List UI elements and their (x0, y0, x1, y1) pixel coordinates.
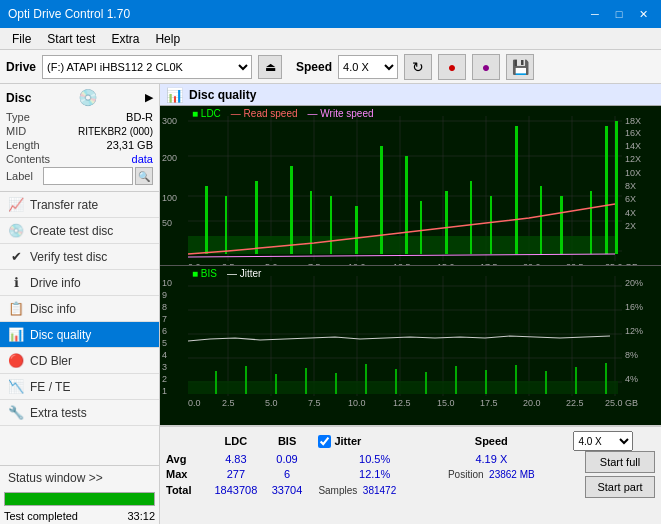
avg-jitter: 10.5% (308, 451, 430, 467)
purple-button[interactable]: ● (472, 54, 500, 80)
jitter-checkbox[interactable] (318, 435, 331, 448)
svg-text:25.0 GB: 25.0 GB (605, 262, 638, 265)
menu-start-test[interactable]: Start test (39, 30, 103, 48)
red-button[interactable]: ● (438, 54, 466, 80)
menubar: File Start test Extra Help (0, 28, 661, 50)
svg-rect-92 (275, 374, 277, 394)
disc-mid-label: MID (6, 125, 26, 137)
disc-label-input[interactable] (43, 167, 133, 185)
svg-rect-38 (420, 201, 422, 254)
speed-select-stats[interactable]: 4.0 X (573, 431, 633, 451)
svg-text:10.0: 10.0 (348, 398, 366, 408)
max-position: 23862 MB (489, 469, 535, 480)
max-jitter: 12.1% (308, 467, 430, 483)
left-panel: Disc 💿 ▶ Type BD-R MID RITEKBR2 (000) Le… (0, 84, 160, 524)
drive-label: Drive (6, 60, 36, 74)
max-label: Max (166, 467, 206, 483)
menu-help[interactable]: Help (147, 30, 188, 48)
svg-rect-40 (470, 181, 472, 254)
bis-header: BIS (266, 431, 309, 451)
nav-create-test-disc[interactable]: 💿 Create test disc (0, 218, 159, 244)
speed-header: Speed (431, 431, 552, 451)
nav-drive-info[interactable]: ℹ Drive info (0, 270, 159, 296)
disc-icon: 💿 (78, 88, 98, 107)
avg-speed: 4.19 X (431, 451, 552, 467)
nav-disc-quality-label: Disc quality (30, 328, 91, 342)
bottom-chart-container: ■ BIS — Jitter 10 9 8 7 6 5 4 3 2 1 20 (160, 266, 661, 426)
disc-title: Disc (6, 91, 31, 105)
svg-text:2X: 2X (625, 221, 636, 231)
nav-verify-test-disc[interactable]: ✔ Verify test disc (0, 244, 159, 270)
svg-text:20.0: 20.0 (523, 398, 541, 408)
status-window-button[interactable]: Status window >> (0, 466, 159, 490)
nav-cd-bler-label: CD Bler (30, 354, 72, 368)
svg-rect-46 (605, 126, 608, 254)
nav-transfer-rate[interactable]: 📈 Transfer rate (0, 192, 159, 218)
disc-mid-row: MID RITEKBR2 (000) (6, 125, 153, 137)
position-label: Position 23862 MB (431, 467, 552, 483)
svg-rect-101 (545, 371, 547, 394)
nav-fe-te[interactable]: 📉 FE / TE (0, 374, 159, 400)
disc-contents-value: data (132, 153, 153, 165)
svg-rect-39 (445, 191, 448, 254)
ldc-legend: ■ LDC (192, 108, 221, 119)
minimize-button[interactable]: ─ (585, 5, 605, 23)
nav-disc-quality[interactable]: 📊 Disc quality (0, 322, 159, 348)
svg-text:7: 7 (162, 314, 167, 324)
close-button[interactable]: ✕ (633, 5, 653, 23)
speed-label: Speed (296, 60, 332, 74)
main-layout: Disc 💿 ▶ Type BD-R MID RITEKBR2 (000) Le… (0, 84, 661, 524)
nav-cd-bler[interactable]: 🔴 CD Bler (0, 348, 159, 374)
total-samples: 381472 (363, 485, 396, 496)
svg-rect-44 (560, 196, 563, 254)
disc-type-row: Type BD-R (6, 111, 153, 123)
nav-disc-info[interactable]: 📋 Disc info (0, 296, 159, 322)
disc-length-row: Length 23,31 GB (6, 139, 153, 151)
disc-label-btn[interactable]: 🔍 (135, 167, 153, 185)
max-ldc: 277 (206, 467, 266, 483)
svg-rect-43 (540, 186, 542, 254)
menu-extra[interactable]: Extra (103, 30, 147, 48)
stats-avg-row: Avg 4.83 0.09 10.5% 4.19 X Start full St… (166, 451, 655, 467)
disc-contents-row: Contents data (6, 153, 153, 165)
svg-rect-32 (290, 166, 293, 254)
refresh-button[interactable]: ↻ (404, 54, 432, 80)
bottom-legend: ■ BIS — Jitter (192, 268, 261, 279)
svg-text:6: 6 (162, 326, 167, 336)
save-button[interactable]: 💾 (506, 54, 534, 80)
svg-rect-91 (245, 366, 247, 394)
svg-text:10.0: 10.0 (348, 262, 366, 265)
eject-button[interactable]: ⏏ (258, 55, 282, 79)
jitter-checkbox-label[interactable]: Jitter (318, 435, 430, 448)
write-speed-legend: — Write speed (308, 108, 374, 119)
nav-transfer-rate-label: Transfer rate (30, 198, 98, 212)
svg-text:300: 300 (162, 116, 177, 126)
cd-bler-icon: 🔴 (8, 353, 24, 368)
svg-rect-47 (615, 121, 618, 254)
quality-icon: 📊 (166, 87, 183, 103)
quality-header: 📊 Disc quality (160, 84, 661, 106)
svg-text:16%: 16% (625, 302, 643, 312)
drive-selector[interactable]: (F:) ATAPI iHBS112 2 CL0K (42, 55, 252, 79)
menu-file[interactable]: File (4, 30, 39, 48)
status-window-label: Status window >> (8, 471, 103, 485)
svg-text:12.5: 12.5 (393, 398, 411, 408)
start-part-button[interactable]: Start part (585, 476, 655, 498)
avg-label: Avg (166, 451, 206, 467)
progress-bar-fill (5, 493, 154, 505)
maximize-button[interactable]: □ (609, 5, 629, 23)
disc-mid-value: RITEKBR2 (000) (78, 126, 153, 137)
nav-extra-tests[interactable]: 🔧 Extra tests (0, 400, 159, 426)
disc-type-label: Type (6, 111, 30, 123)
svg-rect-99 (485, 370, 487, 394)
bottom-chart-svg: 10 9 8 7 6 5 4 3 2 1 20% 16% 12% 8% 4% (160, 266, 661, 425)
avg-ldc: 4.83 (206, 451, 266, 467)
svg-text:12.5: 12.5 (393, 262, 411, 265)
speed-selector[interactable]: 4.0 X (338, 55, 398, 79)
svg-text:4: 4 (162, 350, 167, 360)
svg-text:1: 1 (162, 386, 167, 396)
svg-text:0.0: 0.0 (188, 262, 201, 265)
stats-buttons-cell: Start full Start part (552, 451, 655, 498)
svg-rect-89 (188, 381, 618, 394)
start-full-button[interactable]: Start full (585, 451, 655, 473)
